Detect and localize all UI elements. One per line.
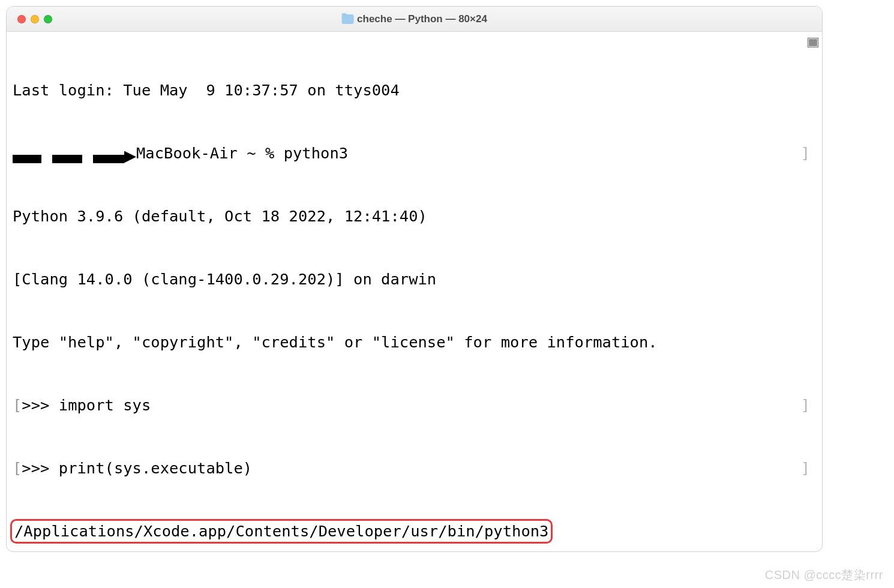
terminal-content[interactable]: Last login: Tue May 9 10:37:57 on ttys00… <box>7 32 822 552</box>
watermark: CSDN @cccc楚染rrrr <box>765 567 883 583</box>
folder-icon <box>341 14 353 24</box>
minimize-button[interactable] <box>31 15 39 23</box>
python-version-line: Python 3.9.6 (default, Oct 18 2022, 12:4… <box>13 206 816 227</box>
window-title-text: cheche — Python — 80×24 <box>357 13 487 25</box>
last-login-line: Last login: Tue May 9 10:37:57 on ttys00… <box>13 80 816 101</box>
traffic-lights <box>7 15 52 23</box>
line-close-bracket: ] <box>801 143 810 164</box>
titlebar[interactable]: cheche — Python — 80×24 <box>7 7 822 32</box>
line-close-bracket: ] <box>801 395 810 416</box>
clang-line: [Clang 14.0.0 (clang-1400.0.29.202)] on … <box>13 269 816 290</box>
close-button[interactable] <box>17 15 26 23</box>
window-title: cheche — Python — 80×24 <box>341 13 487 25</box>
output-path-line: /Applications/Xcode.app/Contents/Develop… <box>13 521 816 542</box>
highlighted-path: /Applications/Xcode.app/Contents/Develop… <box>10 519 553 544</box>
line-close-bracket: ] <box>801 458 810 479</box>
help-line: Type "help", "copyright", "credits" or "… <box>13 332 816 353</box>
repl-line-import: [>>> import sys] <box>13 395 816 416</box>
repl-line-print: [>>> print(sys.executable)] <box>13 458 816 479</box>
shell-prompt-line: MacBook-Air ~ % python3] <box>13 143 816 164</box>
fullscreen-button[interactable] <box>44 15 52 23</box>
terminal-window: cheche — Python — 80×24 Last login: Tue … <box>6 6 823 552</box>
